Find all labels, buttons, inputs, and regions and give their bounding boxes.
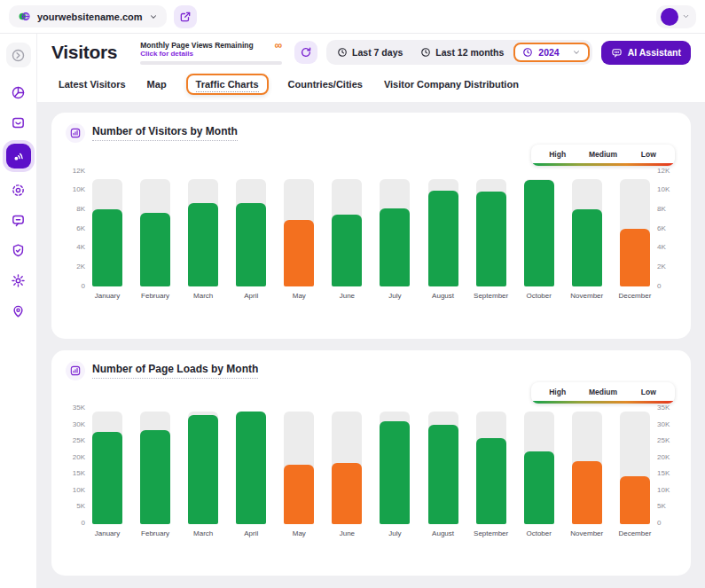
- chart-bar[interactable]: [332, 463, 362, 524]
- x-tick-label: December: [618, 529, 651, 537]
- x-tick-label: March: [193, 292, 213, 300]
- sidebar-item-location[interactable]: [6, 298, 31, 323]
- y-tick-label: 0: [657, 519, 661, 527]
- tab-label: Traffic Charts: [196, 79, 259, 92]
- x-tick-label: May: [293, 529, 306, 537]
- refresh-button[interactable]: [294, 41, 317, 64]
- chart-bar[interactable]: [188, 415, 218, 524]
- bar-column: November: [572, 171, 602, 300]
- x-tick-label: May: [293, 292, 306, 300]
- sidebar-item-visitors[interactable]: [6, 144, 31, 169]
- last-12-months-button[interactable]: Last 12 months: [412, 43, 512, 62]
- tab-traffic-charts[interactable]: Traffic Charts: [186, 74, 269, 95]
- y-tick-label: 30K: [657, 420, 670, 428]
- tab-visitor-company-distribution[interactable]: Visitor Company Distribution: [382, 75, 521, 93]
- legend-medium-label: Medium: [580, 388, 625, 396]
- legend-low-label: Low: [626, 150, 671, 159]
- y-tick-label: 20K: [657, 453, 670, 461]
- legend-gradient-bar: [531, 163, 675, 166]
- chart-bar[interactable]: [524, 180, 554, 286]
- year-selector[interactable]: 2024: [513, 43, 589, 62]
- bar-column: September: [476, 171, 506, 300]
- chart-bar[interactable]: [380, 421, 410, 523]
- chart-bar[interactable]: [236, 412, 266, 523]
- y-tick-label: 10K: [657, 185, 670, 193]
- clock-icon: [420, 47, 431, 58]
- website-selector[interactable]: yourwebsitename.com: [9, 5, 167, 27]
- x-tick-label: November: [570, 292, 603, 300]
- y-tick-label: 4K: [76, 243, 85, 251]
- chart-bar[interactable]: [524, 451, 554, 524]
- x-tick-label: July: [388, 292, 401, 300]
- sidebar-item-privacy[interactable]: [6, 238, 31, 263]
- topbar: yourwebsitename.com: [0, 0, 705, 34]
- chart-bar[interactable]: [236, 203, 266, 286]
- chart-bar[interactable]: [92, 209, 122, 286]
- quota-details-link[interactable]: Click for details: [140, 50, 274, 58]
- ai-assistant-button[interactable]: AI Assistant: [601, 41, 691, 65]
- tab-countries-cities[interactable]: Countries/Cities: [286, 75, 364, 93]
- sidebar-item-dashboard[interactable]: [6, 80, 31, 105]
- clock-icon: [337, 47, 348, 58]
- y-tick-label: 15K: [73, 469, 85, 477]
- page-title: Visitors: [51, 42, 117, 63]
- sidebar-item-feedback[interactable]: [6, 208, 31, 232]
- tab-bar: Latest VisitorsMapTraffic ChartsCountrie…: [51, 65, 691, 102]
- plot: JanuaryFebruaryMarchAprilMayJuneJulyAugu…: [89, 409, 654, 537]
- page-header: Visitors Monthly Page Views Remaining Cl…: [37, 34, 705, 102]
- share-button[interactable]: [174, 5, 197, 28]
- x-tick-label: January: [95, 292, 120, 300]
- chart-bar[interactable]: [284, 220, 314, 286]
- chart-bar[interactable]: [92, 432, 122, 524]
- sidebar-item-inbox[interactable]: [6, 110, 31, 135]
- last-7-days-button[interactable]: Last 7 days: [329, 43, 411, 62]
- year-label: 2024: [538, 47, 559, 58]
- chart-bar[interactable]: [572, 461, 602, 524]
- chart-bar[interactable]: [140, 430, 170, 524]
- clock-icon: [522, 47, 533, 58]
- chart-bar[interactable]: [572, 209, 602, 286]
- bar-column: November: [572, 409, 602, 537]
- tab-label: Countries/Cities: [288, 79, 363, 90]
- bar-column: March: [188, 409, 218, 537]
- tab-latest-visitors[interactable]: Latest Visitors: [57, 75, 128, 93]
- legend-high-label: High: [535, 388, 580, 396]
- sidebar-item-panel-expand[interactable]: [6, 43, 31, 67]
- chart-bar[interactable]: [188, 203, 218, 286]
- bar-column: October: [524, 409, 554, 537]
- x-tick-label: October: [526, 529, 551, 537]
- bar-column: December: [620, 409, 650, 537]
- tab-label: Visitor Company Distribution: [384, 79, 519, 90]
- chart-bar[interactable]: [428, 191, 458, 286]
- bar-column: July: [380, 409, 410, 537]
- chart-bar[interactable]: [332, 215, 362, 286]
- chart-bar[interactable]: [476, 438, 506, 524]
- settings-icon: [11, 273, 26, 288]
- chart-legend: High Medium Low: [531, 145, 675, 166]
- chart-plot-area: 02K4K6K8K10K12K JanuaryFebruaryMarchApri…: [66, 171, 677, 300]
- bar-chart-icon: [66, 361, 85, 380]
- chart-bar[interactable]: [620, 229, 650, 286]
- y-tick-label: 25K: [657, 436, 670, 444]
- x-tick-label: August: [432, 529, 454, 537]
- sidebar-item-audience[interactable]: [6, 177, 31, 202]
- chart-bar[interactable]: [620, 476, 650, 524]
- tab-map[interactable]: Map: [145, 75, 168, 93]
- user-menu[interactable]: [656, 5, 696, 28]
- chart-bar[interactable]: [380, 208, 410, 286]
- chart-bar[interactable]: [428, 425, 458, 523]
- chart-card: Number of Page Loads by Month High Mediu…: [51, 350, 691, 576]
- date-range-control: Last 7 days Last 12 months 2024: [326, 40, 592, 65]
- chart-bar[interactable]: [140, 213, 170, 286]
- x-tick-label: November: [570, 529, 603, 537]
- refresh-icon: [300, 46, 312, 59]
- chart-bar[interactable]: [476, 192, 506, 286]
- bar-column: May: [284, 171, 314, 300]
- chart-bar[interactable]: [284, 465, 314, 524]
- x-tick-label: October: [526, 292, 551, 300]
- sidebar-item-settings[interactable]: [6, 268, 31, 293]
- bar-column: January: [92, 171, 122, 300]
- quota-label: Monthly Page Views Remaining: [140, 41, 274, 50]
- chevron-down-icon: [572, 48, 581, 57]
- x-tick-label: February: [141, 529, 169, 537]
